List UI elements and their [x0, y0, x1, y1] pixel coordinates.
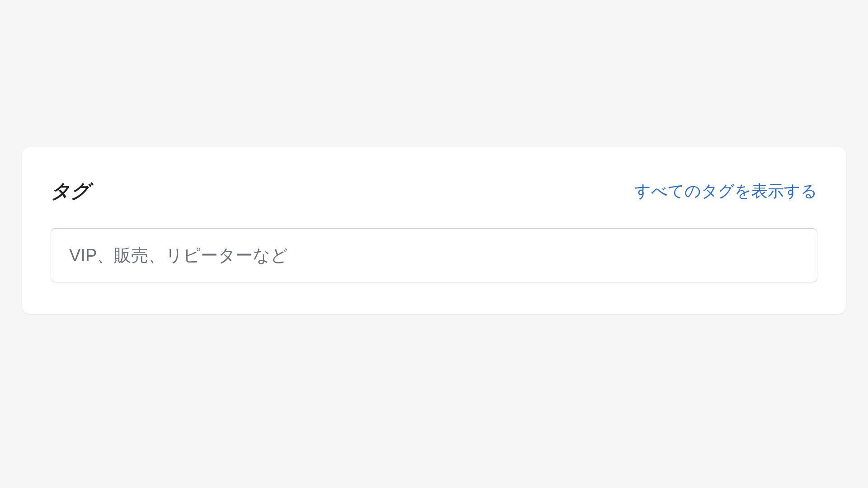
tags-input[interactable] — [51, 228, 817, 282]
tags-title: タグ — [51, 178, 90, 204]
tags-card-header: タグ すべてのタグを表示する — [51, 178, 817, 204]
tags-card: タグ すべてのタグを表示する — [22, 147, 846, 314]
show-all-tags-link[interactable]: すべてのタグを表示する — [634, 180, 817, 202]
